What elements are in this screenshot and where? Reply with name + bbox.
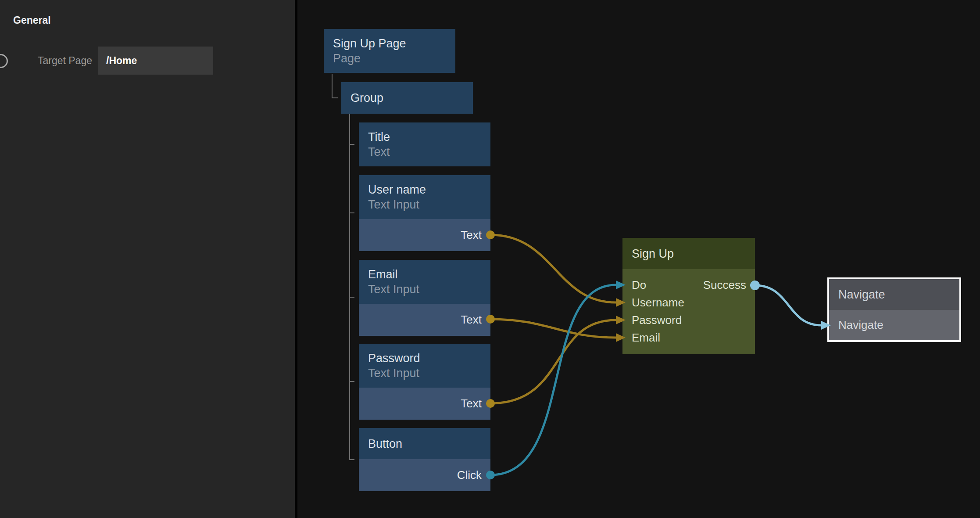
node-password-input[interactable]: Password Text Input Text (359, 344, 490, 420)
node-type-label: Text Input (368, 282, 490, 297)
port-label: Text (461, 313, 482, 327)
output-port-text[interactable]: Text (359, 388, 490, 420)
node-email-input[interactable]: Email Text Input Text (359, 260, 490, 336)
output-port-text[interactable]: Text (359, 304, 490, 336)
target-page-input[interactable] (98, 47, 213, 75)
port-label: Click (457, 468, 482, 482)
input-port-username[interactable]: Username (622, 294, 755, 311)
node-title: User name (368, 182, 490, 197)
port-label: Email (632, 331, 660, 345)
panel-section-title: General (13, 14, 51, 26)
node-navigate[interactable]: Navigate Navigate (827, 277, 961, 342)
node-type-label: Text Input (368, 366, 490, 381)
output-port-text[interactable]: Text (359, 219, 490, 251)
wire-signup-success-to-navigate[interactable] (755, 285, 821, 325)
input-port-password[interactable]: Password (622, 311, 755, 329)
port-label: Text (461, 228, 482, 242)
node-type-label: Page (333, 51, 455, 66)
input-port-email[interactable]: Email (622, 329, 755, 346)
node-user-name-input[interactable]: User name Text Input Text (359, 175, 490, 251)
port-label: Navigate (838, 318, 883, 332)
node-title: Email (368, 267, 490, 282)
node-title: Sign Up (632, 246, 755, 261)
port-label: Password (632, 313, 682, 327)
port-label: Do (632, 278, 646, 292)
node-title: Group (351, 90, 473, 105)
output-port-click[interactable]: Click (359, 459, 490, 491)
input-port-navigate[interactable]: Navigate (829, 310, 959, 340)
node-sign-up-page[interactable]: Sign Up Page Page (324, 29, 455, 73)
tree-connector-page-group (332, 74, 338, 98)
node-title: Password (368, 351, 490, 366)
tree-connector-group-children (350, 114, 354, 460)
node-group[interactable]: Group (341, 82, 473, 114)
port-label: Text (461, 397, 482, 410)
panel-divider (295, 0, 297, 518)
node-sign-up-logic[interactable]: Sign Up Do Success Username Password Ema… (622, 238, 755, 354)
output-port-success[interactable]: Success (703, 278, 746, 292)
node-title: Navigate (838, 287, 959, 302)
node-title-text[interactable]: Title Text (359, 122, 490, 166)
node-type-label: Text (368, 144, 490, 159)
node-title: Title (368, 130, 490, 144)
node-button[interactable]: Button Click (359, 428, 490, 491)
hierarchy-connectors (332, 74, 354, 460)
node-editor: General Target Page Sign Up Page Page Gr… (0, 0, 980, 518)
input-port-do[interactable]: Do Success (622, 276, 755, 294)
wire-password-text-to-signup-password[interactable] (490, 320, 616, 403)
wire-username-text-to-signup-username[interactable] (490, 235, 616, 302)
port-label: Username (632, 296, 684, 309)
node-title: Sign Up Page (333, 36, 455, 51)
node-type-label: Text Input (368, 197, 490, 212)
node-title: Button (368, 436, 490, 451)
target-page-label: Target Page (0, 55, 92, 67)
properties-panel: General Target Page (0, 0, 295, 518)
wire-button-click-to-signup-do[interactable] (490, 285, 616, 475)
wire-email-text-to-signup-email[interactable] (490, 319, 616, 338)
